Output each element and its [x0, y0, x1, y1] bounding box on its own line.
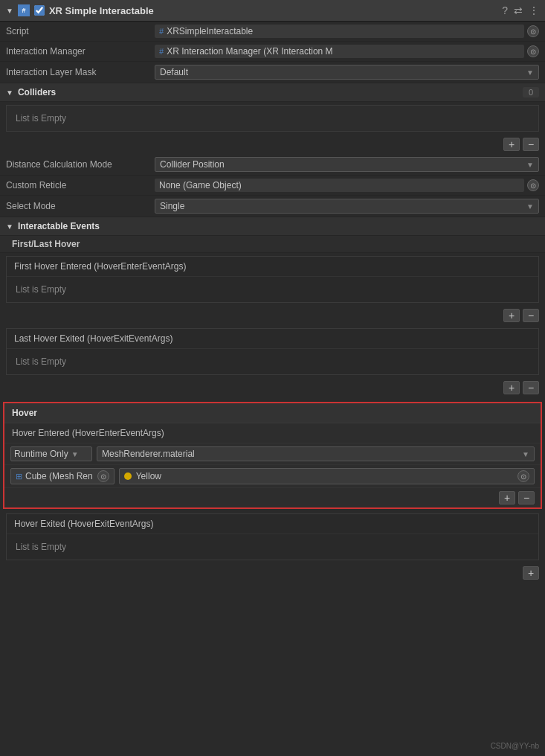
colliders-section-header: ▼ Colliders 0	[0, 83, 545, 102]
distance-calculation-mode-row: Distance Calculation Mode Collider Posit…	[0, 154, 545, 176]
select-mode-label: Select Mode	[6, 201, 155, 211]
distance-calculation-mode-label: Distance Calculation Mode	[6, 159, 155, 170]
select-mode-value-container: Single ▼	[155, 199, 539, 214]
interactable-events-title: Interactable Events	[18, 221, 539, 231]
component-title: XR Simple Interactable	[49, 5, 497, 16]
last-hover-remove-button[interactable]: −	[523, 381, 539, 394]
collapse-arrow[interactable]: ▼	[6, 7, 13, 15]
select-mode-arrow: ▼	[526, 202, 534, 211]
component-header: ▼ # XR Simple Interactable ? ⇄ ⋮	[0, 0, 545, 22]
watermark: CSDN@YY-nb	[491, 742, 539, 750]
interaction-layer-mask-arrow: ▼	[526, 68, 534, 77]
hover-entered-remove-button[interactable]: −	[518, 491, 535, 504]
help-icon[interactable]: ?	[502, 4, 508, 16]
component-icon: #	[18, 4, 30, 16]
script-name: XRSimpleInteractable	[167, 26, 253, 36]
interaction-layer-mask-value-container: Default ▼	[155, 65, 539, 80]
runtime-only-label: Runtime Only	[14, 449, 68, 459]
last-hover-exited-title: Last Hover Exited (HoverExitEventArgs)	[7, 329, 538, 349]
hover-entered-title: Hover Entered (HoverEnterEventArgs)	[4, 423, 541, 443]
preset-icon[interactable]: ⇄	[514, 4, 523, 16]
cube-icon: ⊞	[16, 472, 22, 481]
header-actions: ? ⇄ ⋮	[502, 4, 539, 16]
interaction-layer-mask-value: Default	[160, 67, 188, 77]
select-mode-value: Single	[160, 201, 184, 211]
mesh-renderer-dropdown[interactable]: MeshRenderer.material ▼	[97, 446, 535, 461]
interactable-events-header: ▼ Interactable Events	[0, 217, 545, 236]
hover-entered-add-remove: + −	[4, 488, 541, 507]
colliders-add-button[interactable]: +	[503, 138, 520, 151]
first-hover-add-remove: + −	[0, 306, 545, 325]
first-last-hover-title: First/Last Hover	[0, 236, 545, 253]
interaction-manager-label: Interaction Manager	[6, 46, 155, 57]
select-mode-row: Select Mode Single ▼	[0, 196, 545, 217]
hover-highlighted-section: Hover Hover Entered (HoverEnterEventArgs…	[3, 402, 542, 509]
hover-exited-box: Hover Exited (HoverExitEventArgs) List i…	[6, 513, 539, 560]
enabled-checkbox[interactable]	[34, 5, 45, 16]
cube-pick-button[interactable]: ⊙	[97, 470, 109, 482]
hover-entered-add-button[interactable]: +	[499, 491, 515, 504]
script-row: Script # XRSimpleInteractable ⊙	[0, 22, 545, 42]
yellow-selector[interactable]: Yellow ⊙	[119, 468, 535, 484]
hover-runtime-row: Runtime Only ▼ MeshRenderer.material ▼	[4, 443, 541, 465]
last-hover-exited-box: Last Hover Exited (HoverExitEventArgs) L…	[6, 328, 539, 375]
script-label: Script	[6, 26, 155, 36]
script-field[interactable]: # XRSimpleInteractable	[155, 25, 524, 38]
hover-obj-row: ⊞ Cube (Mesh Ren ⊙ Yellow ⊙	[4, 465, 541, 488]
script-pick-button[interactable]: ⊙	[527, 25, 539, 37]
first-hover-entered-title: First Hover Entered (HoverEnterEventArgs…	[7, 257, 538, 277]
runtime-only-dropdown[interactable]: Runtime Only ▼	[10, 446, 92, 461]
first-hover-entered-empty: List is Empty	[7, 277, 538, 302]
interactable-events-arrow[interactable]: ▼	[6, 222, 13, 231]
colliders-title: Colliders	[18, 87, 523, 97]
colliders-list-empty: List is Empty	[6, 105, 539, 132]
interaction-layer-mask-row: Interaction Layer Mask Default ▼	[0, 62, 545, 83]
first-hover-remove-button[interactable]: −	[523, 309, 539, 322]
distance-calculation-mode-dropdown[interactable]: Collider Position ▼	[155, 157, 539, 172]
interaction-manager-pick-button[interactable]: ⊙	[527, 45, 539, 57]
distance-calculation-mode-arrow: ▼	[526, 161, 534, 169]
runtime-only-arrow: ▼	[71, 450, 79, 458]
hover-exited-add-button[interactable]: +	[523, 566, 539, 580]
interaction-manager-row: Interaction Manager # XR Interaction Man…	[0, 42, 545, 62]
distance-calculation-mode-value-container: Collider Position ▼	[155, 157, 539, 172]
hover-exited-title: Hover Exited (HoverExitEventArgs)	[7, 514, 538, 534]
last-hover-exited-empty: List is Empty	[7, 349, 538, 374]
interaction-manager-value-container: # XR Interaction Manager (XR Interaction…	[155, 45, 539, 58]
panel: ▼ # XR Simple Interactable ? ⇄ ⋮ Script …	[0, 0, 545, 583]
distance-calculation-mode-value: Collider Position	[160, 159, 225, 170]
hover-exited-add-remove: +	[0, 563, 545, 583]
script-icon: #	[159, 27, 164, 36]
last-hover-add-remove: + −	[0, 378, 545, 397]
custom-reticle-value-container: None (Game Object) ⊙	[155, 179, 539, 192]
custom-reticle-row: Custom Reticle None (Game Object) ⊙	[0, 176, 545, 196]
yellow-label: Yellow	[136, 471, 161, 481]
mesh-renderer-arrow: ▼	[522, 450, 529, 458]
colliders-remove-button[interactable]: −	[523, 138, 539, 151]
yellow-pick-button[interactable]: ⊙	[517, 470, 529, 482]
yellow-dot-icon	[124, 472, 132, 480]
interaction-manager-name: XR Interaction Manager (XR Interaction M	[167, 46, 332, 57]
colliders-add-remove: + −	[0, 135, 545, 154]
last-hover-add-button[interactable]: +	[503, 381, 520, 394]
interaction-manager-field[interactable]: # XR Interaction Manager (XR Interaction…	[155, 45, 524, 58]
interaction-layer-mask-dropdown[interactable]: Default ▼	[155, 65, 539, 80]
first-hover-add-button[interactable]: +	[503, 309, 520, 322]
custom-reticle-pick-button[interactable]: ⊙	[527, 179, 539, 191]
script-value-container: # XRSimpleInteractable ⊙	[155, 25, 539, 38]
mesh-renderer-value: MeshRenderer.material	[102, 449, 195, 459]
custom-reticle-label: Custom Reticle	[6, 180, 155, 190]
more-icon[interactable]: ⋮	[529, 4, 539, 16]
select-mode-dropdown[interactable]: Single ▼	[155, 199, 539, 214]
interaction-manager-icon: #	[159, 47, 164, 56]
hover-section-title: Hover	[4, 403, 541, 423]
custom-reticle-field[interactable]: None (Game Object)	[155, 179, 524, 192]
cube-mesh-selector[interactable]: ⊞ Cube (Mesh Ren ⊙	[10, 468, 115, 484]
colliders-arrow[interactable]: ▼	[6, 89, 13, 97]
colliders-count: 0	[523, 87, 539, 97]
first-hover-entered-box: First Hover Entered (HoverEnterEventArgs…	[6, 256, 539, 303]
hover-exited-empty: List is Empty	[7, 534, 538, 560]
custom-reticle-value: None (Game Object)	[159, 180, 242, 190]
cube-mesh-label: Cube (Mesh Ren	[25, 471, 93, 481]
interaction-layer-mask-label: Interaction Layer Mask	[6, 67, 155, 77]
